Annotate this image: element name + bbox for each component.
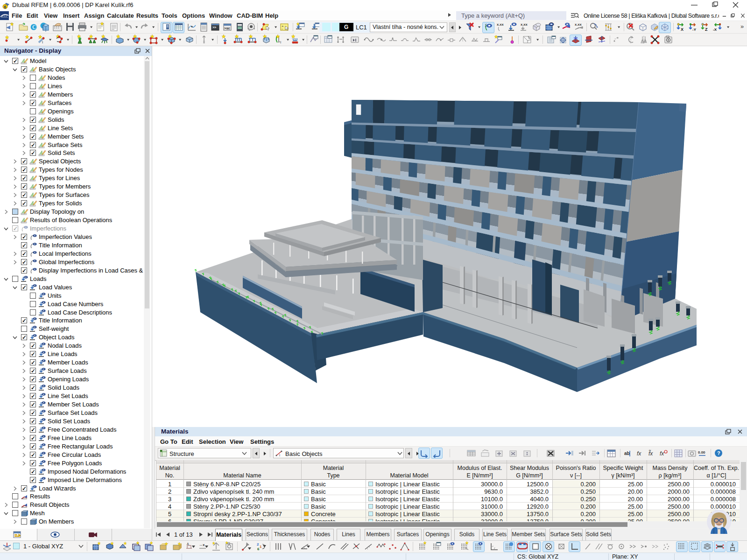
svg-text:A: A [187,542,189,546]
svg-text:-: - [282,27,283,31]
svg-text:x.xx: x.xx [497,22,504,27]
svg-text:I: I [279,454,280,456]
svg-text:f̃x: f̃x [648,450,653,457]
svg-text:I: I [280,40,281,44]
svg-text:fx: fx [637,450,641,457]
svg-text:0.00: 0.00 [698,450,705,455]
svg-text:1: 1 [260,545,262,549]
svg-text:6: 6 [257,547,260,551]
svg-text:?: ? [717,450,720,456]
svg-text:ab: ab [624,451,630,456]
svg-text:x.xx: x.xx [575,22,582,27]
svg-text:-X: -X [713,28,717,32]
svg-text:-Y: -Y [692,28,697,32]
svg-text:↔x: ↔x [199,543,205,547]
svg-text:>>: >> [212,26,216,29]
svg-text:X: X [681,27,684,32]
svg-text:x.xx: x.xx [521,22,528,27]
svg-text:>sc: >sc [224,26,230,30]
svg-text:I: I [42,40,43,44]
svg-text:fx: fx [660,450,664,457]
svg-text:2: 2 [257,542,259,546]
svg-text:6: 6 [4,5,6,9]
svg-text:Z: Z [705,27,708,32]
